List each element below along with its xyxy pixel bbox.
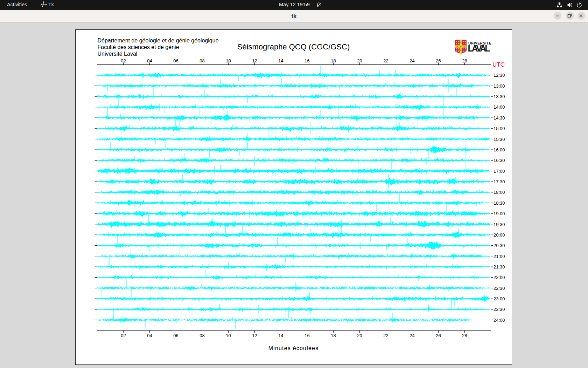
svg-text:14: 14 (278, 58, 283, 63)
svg-text:24: 24 (410, 58, 414, 63)
svg-text:17:30: 17:30 (493, 179, 505, 184)
svg-text:Faculté des sciences et de gén: Faculté des sciences et de génie (98, 44, 179, 50)
svg-text:04: 04 (147, 58, 152, 63)
svg-text:04: 04 (147, 333, 152, 338)
svg-text:22:00: 22:00 (493, 275, 505, 280)
svg-text:13:30: 13:30 (493, 94, 505, 99)
svg-text:26: 26 (436, 333, 441, 338)
svg-text:Département de géologie et de: Département de géologie et de génie géol… (98, 38, 219, 43)
svg-text:17:00: 17:00 (493, 169, 505, 174)
svg-text:06: 06 (173, 58, 178, 63)
svg-text:02: 02 (121, 333, 126, 338)
svg-text:22:30: 22:30 (493, 286, 505, 291)
svg-text:23:30: 23:30 (493, 307, 505, 312)
svg-text:20: 20 (357, 333, 362, 338)
svg-text:14: 14 (278, 333, 283, 338)
svg-text:20: 20 (357, 58, 362, 63)
svg-text:Université Laval: Université Laval (98, 51, 138, 57)
svg-text:16: 16 (304, 333, 309, 338)
svg-text:18:00: 18:00 (493, 190, 505, 195)
svg-text:12: 12 (252, 58, 257, 63)
svg-text:15:30: 15:30 (493, 137, 505, 142)
svg-text:14:00: 14:00 (493, 104, 505, 110)
svg-text:24:00: 24:00 (493, 318, 505, 323)
svg-text:28: 28 (462, 333, 467, 338)
svg-text:19:30: 19:30 (493, 222, 505, 227)
svg-text:10: 10 (226, 58, 231, 63)
svg-text:13:00: 13:00 (493, 83, 505, 89)
svg-text:18: 18 (331, 58, 336, 63)
svg-text:22: 22 (383, 58, 388, 63)
svg-text:23:00: 23:00 (493, 296, 505, 301)
svg-text:18:30: 18:30 (493, 200, 505, 206)
svg-text:08: 08 (200, 333, 204, 338)
svg-text:26: 26 (436, 58, 441, 63)
svg-text:Minutes écoulées: Minutes écoulées (268, 345, 319, 351)
svg-text:20:30: 20:30 (493, 243, 505, 248)
svg-text:LAVAL: LAVAL (468, 43, 490, 53)
svg-text:24: 24 (410, 333, 414, 338)
svg-text:UTC: UTC (492, 61, 505, 68)
svg-text:Séismographe QCQ (CGC/GSC): Séismographe QCQ (CGC/GSC) (237, 42, 350, 51)
svg-text:22: 22 (383, 333, 388, 338)
svg-text:10: 10 (226, 333, 231, 338)
svg-text:21:30: 21:30 (493, 264, 505, 270)
svg-text:16:00: 16:00 (493, 147, 505, 152)
svg-text:14:30: 14:30 (493, 115, 505, 121)
svg-text:18: 18 (331, 333, 336, 338)
svg-text:12: 12 (252, 333, 257, 338)
svg-text:15:00: 15:00 (493, 126, 505, 131)
svg-text:16: 16 (304, 58, 309, 63)
svg-text:12:30: 12:30 (493, 73, 505, 78)
svg-text:02: 02 (121, 58, 126, 63)
svg-text:21:00: 21:00 (493, 254, 505, 259)
svg-text:06: 06 (173, 333, 178, 338)
svg-text:16:30: 16:30 (493, 158, 505, 163)
svg-text:20:00: 20:00 (493, 232, 505, 238)
svg-text:19:00: 19:00 (493, 211, 505, 216)
svg-text:28: 28 (462, 58, 467, 63)
svg-text:08: 08 (200, 58, 204, 63)
